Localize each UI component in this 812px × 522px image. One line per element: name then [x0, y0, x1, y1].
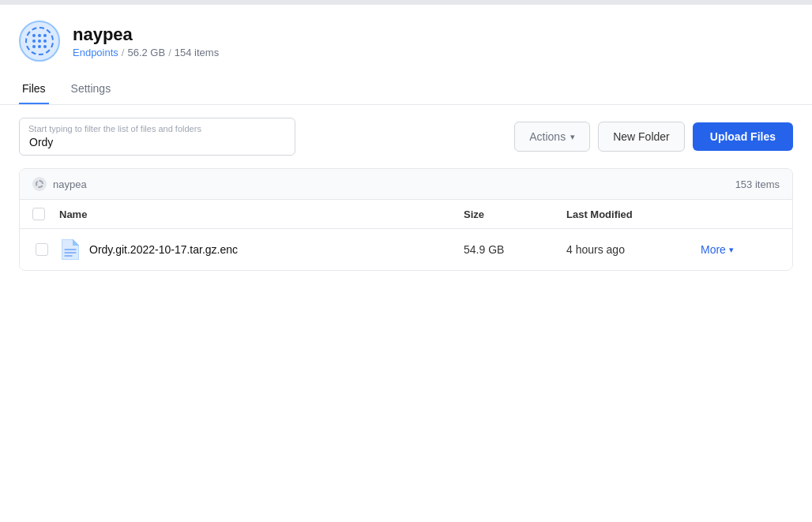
new-folder-button[interactable]: New Folder: [598, 122, 685, 152]
col-headers: Name Size Last Modified: [20, 200, 792, 229]
col-size-header: Size: [464, 208, 558, 220]
more-chevron-icon: ▾: [729, 245, 734, 255]
avatar: [19, 21, 60, 62]
file-document-icon: [62, 239, 79, 260]
table-row: Ordy.git.2022-10-17.tar.gz.enc 54.9 GB 4…: [20, 229, 792, 270]
tab-settings[interactable]: Settings: [68, 74, 115, 104]
actions-label: Actions: [529, 130, 566, 143]
path-icon: [32, 177, 47, 191]
col-check-all: [32, 208, 51, 220]
tabs: Files Settings: [0, 74, 812, 105]
path-icon-inner: [36, 180, 43, 188]
file-checkbox[interactable]: [36, 243, 48, 256]
col-modified-header: Last Modified: [566, 208, 693, 220]
app-name: naypea: [73, 24, 219, 45]
file-list-path: naypea: [32, 177, 727, 191]
filter-input[interactable]: [19, 118, 295, 156]
tab-files[interactable]: Files: [19, 74, 49, 104]
upload-files-button[interactable]: Upload Files: [693, 122, 793, 151]
file-list-container: naypea 153 items Name Size Last Modified…: [19, 168, 793, 271]
file-row-check: [32, 243, 51, 256]
breadcrumb-link[interactable]: Endpoints: [73, 47, 118, 58]
file-name: Ordy.git.2022-10-17.tar.gz.enc: [89, 243, 456, 256]
file-modified: 4 hours ago: [566, 243, 693, 256]
avatar-dots: [29, 31, 50, 51]
actions-button[interactable]: Actions ▾: [514, 122, 590, 152]
header-text: naypea Endpoints / 56.2 GB / 154 items: [73, 24, 219, 58]
col-name-header: Name: [59, 208, 456, 220]
path-name: naypea: [53, 178, 87, 190]
avatar-inner: [25, 27, 54, 55]
breadcrumb-items: 154 items: [175, 47, 219, 58]
breadcrumb-size: 56.2 GB: [127, 47, 165, 58]
breadcrumb: Endpoints / 56.2 GB / 154 items: [73, 47, 219, 58]
breadcrumb-sep: /: [122, 47, 125, 58]
file-list-count: 153 items: [735, 178, 780, 190]
file-more-button[interactable]: More ▾: [701, 243, 780, 256]
filter-input-wrap: Start typing to filter the list of files…: [19, 118, 295, 156]
header: naypea Endpoints / 56.2 GB / 154 items: [0, 5, 812, 74]
actions-chevron-icon: ▾: [570, 132, 575, 142]
file-type-icon: [59, 238, 81, 261]
file-list-path-row: naypea 153 items: [20, 169, 792, 200]
breadcrumb-sep2: /: [168, 47, 171, 58]
file-size: 54.9 GB: [464, 243, 558, 256]
check-all-checkbox[interactable]: [32, 208, 45, 220]
toolbar: Start typing to filter the list of files…: [0, 105, 812, 168]
more-label: More: [701, 243, 726, 256]
